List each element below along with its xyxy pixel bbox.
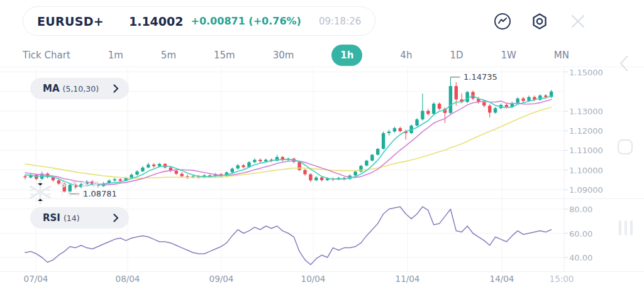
rsi-indicator-name: RSI (43, 212, 60, 224)
symbol-info-bar: EURUSD+ 1.14002 +0.00871 (+0.76%) 09:18:… (23, 6, 375, 36)
ma-indicator-button[interactable]: MA (5,10,30) (30, 78, 129, 99)
timeframe-tab-1d[interactable]: 1D (450, 50, 463, 61)
tabs-divider (0, 67, 644, 67)
rsi-axis-label: 80.00 (569, 205, 592, 214)
price-axis-label: 1.11000 (569, 146, 603, 155)
price-annotations (70, 77, 460, 194)
watermark-line1: STAR (60, 180, 104, 189)
drag-handle-icon[interactable] (618, 219, 633, 237)
low-price-annotation: 1.08781 (83, 189, 117, 198)
timeframe-tab-4h[interactable]: 4h (400, 50, 412, 61)
high-price-annotation: 1.14735 (464, 72, 497, 82)
timeframe-tab-1m[interactable]: 1m (108, 50, 123, 61)
timeframe-tab-30m[interactable]: 30m (273, 50, 294, 61)
close-icon[interactable] (569, 12, 587, 31)
chevron-right-icon (113, 84, 119, 93)
indicator-icon[interactable] (493, 12, 512, 31)
date-axis-label: 11/04 (396, 274, 420, 284)
current-price: 1.14002 (129, 14, 184, 28)
date-axis-label: 10/04 (301, 274, 326, 284)
timeframe-tab-15m[interactable]: 15m (214, 50, 235, 61)
timeframe-tab-mn[interactable]: MN (554, 50, 569, 61)
date-axis-label: 07/04 (24, 274, 48, 284)
date-axis-label: 09/04 (209, 274, 234, 284)
ma10-line (25, 99, 552, 185)
price-change: +0.00871 (+0.76%) (191, 15, 301, 27)
rsi-axis-label: 60.00 (569, 229, 592, 239)
date-axis-label: 08/04 (116, 274, 140, 284)
server-time: 09:18:26 (319, 16, 361, 27)
price-axis-label: 1.10000 (569, 166, 603, 175)
timeframe-tab-5m[interactable]: 5m (161, 50, 176, 61)
snowflake-logo-icon (26, 178, 54, 206)
rsi-indicator-params: (14) (64, 213, 80, 223)
trading-app-window: EURUSD+ 1.14002 +0.00871 (+0.76%) 09:18:… (0, 0, 644, 297)
ma-indicator-name: MA (43, 83, 60, 94)
timeframe-tabs: Tick Chart1m5m15m30m1h4h1D1WMN (23, 44, 569, 67)
rsi-axis-label: 40.00 (569, 253, 592, 262)
timeframe-tab-1w[interactable]: 1W (501, 50, 516, 61)
object-tool-icon[interactable] (617, 139, 633, 155)
collapse-panel-icon[interactable] (619, 55, 629, 72)
price-axis-label: 1.15000 (569, 68, 603, 77)
axis-divider (0, 271, 644, 272)
symbol-name: EURUSD+ (37, 14, 104, 28)
timeframe-tab-tick-chart[interactable]: Tick Chart (23, 50, 70, 61)
price-axis-label: 1.13000 (569, 107, 603, 116)
chevron-right-icon (113, 213, 119, 222)
timeframe-tab-1h[interactable]: 1h (331, 45, 362, 66)
ma30-line (25, 107, 552, 178)
settings-icon[interactable] (530, 12, 549, 31)
price-axis-label: 1.09000 (569, 185, 603, 195)
date-axis-label: 14/04 (490, 274, 514, 284)
price-axis-label: 1.12000 (569, 126, 603, 136)
ma5-line (25, 95, 552, 186)
time-axis-edge-label: 15:00 (550, 274, 574, 284)
rsi-indicator-button[interactable]: RSI (14) (30, 207, 129, 229)
ma-indicator-params: (5,10,30) (63, 84, 99, 94)
